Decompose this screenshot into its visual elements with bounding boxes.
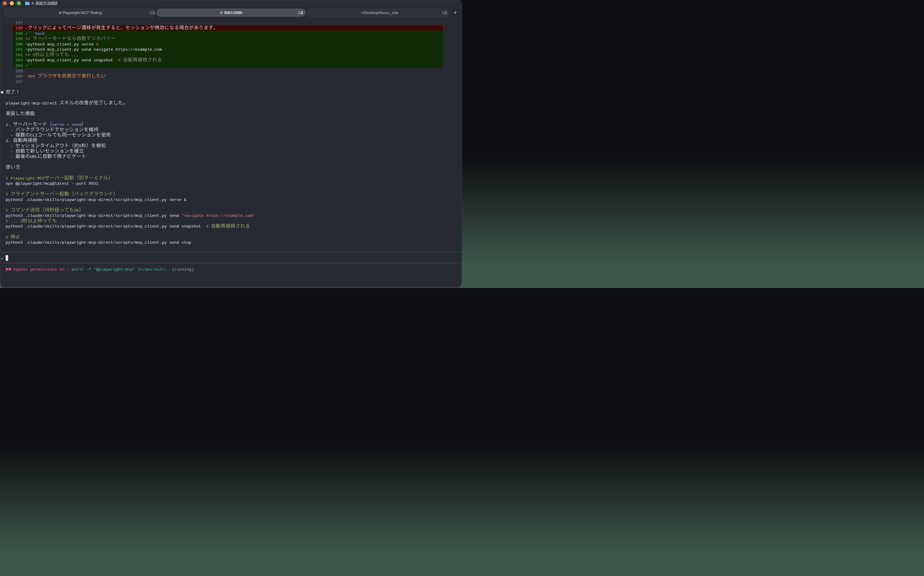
svg-text:python3 mcp_client.py serve: python3 mcp_client.py serve — [28, 42, 94, 47]
svg-text:202: 202 — [16, 53, 23, 58]
svg-text:"navigate https://example.com": "navigate https://example.com" — [182, 213, 255, 218]
svg-text:#: # — [6, 192, 8, 197]
svg-text:URL: URL — [30, 155, 38, 159]
svg-text:+: + — [26, 47, 28, 52]
svg-text:bash: bash — [35, 32, 45, 36]
svg-text:-: - — [11, 128, 13, 133]
svg-text:Playwright MCP Testing: Playwright MCP Testing — [62, 10, 102, 15]
svg-text:python3 .claude/skills/playwri: python3 .claude/skills/playwright-mcp-di… — [6, 213, 179, 218]
svg-text:3: 3 — [445, 10, 447, 15]
svg-text:#: # — [206, 224, 209, 229]
svg-text:204: 204 — [16, 64, 23, 68]
svg-text:#: # — [6, 235, 8, 240]
svg-text:+: + — [26, 64, 28, 68]
svg-text:205: 205 — [16, 69, 23, 74]
svg-text:206: 206 — [16, 74, 23, 79]
svg-text:CLI: CLI — [30, 133, 38, 138]
svg-text:###: ### — [28, 74, 35, 79]
svg-text:-: - — [26, 26, 28, 30]
svg-text:python3 mcp_client.py send sna: python3 mcp_client.py send snapshot — [28, 58, 114, 62]
svg-text:+: + — [26, 53, 28, 58]
svg-text:```: ``` — [28, 64, 35, 68]
svg-text:201: 201 — [16, 47, 23, 52]
svg-text:199: 199 — [16, 37, 23, 41]
svg-text:#: # — [118, 58, 121, 62]
svg-text:-: - — [11, 155, 13, 159]
svg-text:1: 1 — [153, 10, 155, 15]
svg-text:python3 mcp_client.py send nav: python3 mcp_client.py send navigate http… — [28, 47, 162, 52]
svg-text:2.: 2. — [6, 139, 11, 143]
svg-text:python3 .claude/skills/playwri: python3 .claude/skills/playwright-mcp-di… — [6, 224, 201, 229]
svg-text:·: · — [67, 267, 69, 272]
svg-text:bypass permissions on: bypass permissions on — [13, 267, 64, 272]
svg-text:# ... 5: # ... 5 — [6, 219, 23, 224]
svg-text:+: + — [26, 32, 28, 36]
svg-text:```: ``` — [28, 32, 35, 36]
svg-text:+: + — [26, 37, 28, 41]
svg-text:203: 203 — [16, 58, 23, 62]
svg-text:...: ... — [59, 219, 67, 224]
svg-text:# Playwright MCP: # Playwright MCP — [6, 176, 45, 181]
svg-text:207: 207 — [16, 80, 23, 84]
svg-text:198: 198 — [16, 26, 23, 30]
svg-text:&: & — [96, 42, 99, 47]
svg-text:# 5: # 5 — [28, 53, 35, 58]
svg-text:+: + — [26, 58, 28, 62]
svg-text:5: 5 — [79, 144, 82, 149]
svg-text:python3 .claude/skills/playwri: python3 .claude/skills/playwright-mcp-di… — [6, 240, 191, 245]
svg-text:pkill -f "@playwright/mcp" 2>/: pkill -f "@playwright/mcp" 2>/dev/null;… — [72, 267, 170, 272]
svg-text:+: + — [26, 42, 28, 47]
svg-text:python3 .claude/skills/playwri: python3 .claude/skills/playwright-mcp-di… — [6, 198, 186, 202]
svg-text:serve + send: serve + send — [52, 122, 82, 127]
svg-text:198: 198 — [16, 32, 23, 36]
svg-text:2: 2 — [301, 10, 303, 15]
svg-text:npx @playwright/mcp@latest --p: npx @playwright/mcp@latest --port 8931 — [6, 181, 99, 186]
svg-text:1.: 1. — [6, 122, 11, 127]
svg-text:#: # — [28, 37, 30, 41]
svg-text:-: - — [11, 133, 13, 138]
svg-text:200: 200 — [16, 42, 23, 47]
svg-text:>: > — [1, 256, 3, 261]
svg-text:-: - — [11, 149, 13, 154]
svg-text:playwright-mcp-direct: playwright-mcp-direct — [6, 101, 57, 106]
svg-text:#: # — [6, 208, 8, 213]
svg-text:~/Desktop/focus_one: ~/Desktop/focus_one — [360, 10, 399, 15]
svg-text:-: - — [11, 144, 13, 149]
svg-text:197: 197 — [16, 21, 23, 26]
svg-text:...: ... — [72, 53, 79, 58]
svg-text:OK: OK — [74, 208, 79, 213]
svg-text:(running): (running) — [172, 267, 194, 272]
